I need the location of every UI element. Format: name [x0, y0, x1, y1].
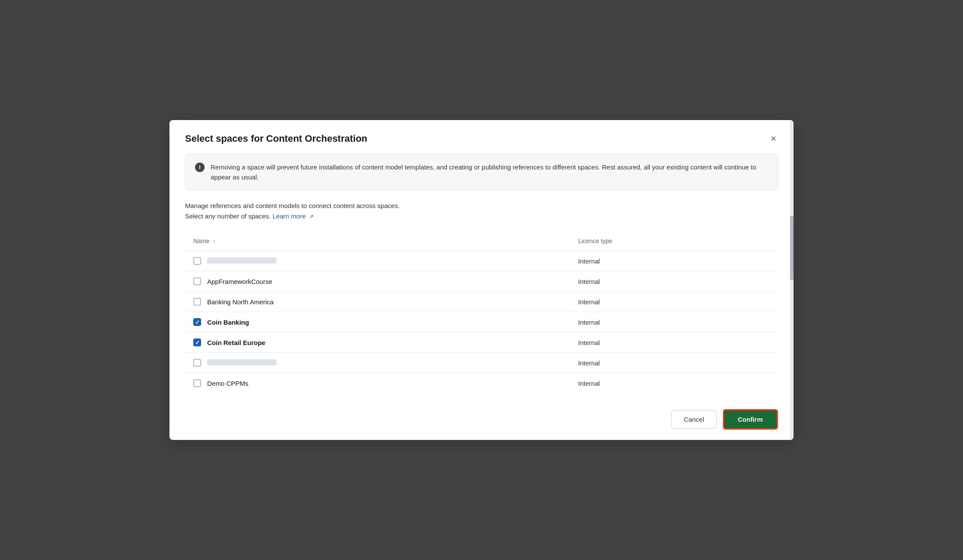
space-name: Coin Banking: [207, 319, 249, 326]
modal-header: Select spaces for Content Orchestration …: [169, 120, 794, 154]
table-row: Coin BankingInternal: [185, 312, 778, 332]
modal-backdrop: Select spaces for Content Orchestration …: [0, 0, 963, 560]
description-line1: Manage references and content models to …: [185, 201, 778, 211]
close-button[interactable]: ×: [769, 132, 778, 145]
row-checkbox[interactable]: [193, 359, 201, 367]
space-name: Demo CPPMs: [207, 380, 248, 387]
name-cell: Coin Retail Europe: [185, 332, 571, 353]
table-row: Internal: [185, 251, 778, 271]
row-checkbox[interactable]: [193, 257, 201, 265]
row-checkbox[interactable]: [193, 318, 201, 326]
row-checkbox[interactable]: [193, 339, 201, 346]
row-name-container: Coin Retail Europe: [193, 339, 563, 346]
info-banner-text: Removing a space will prevent future ins…: [211, 162, 768, 182]
learn-more-link[interactable]: Learn more ↗: [273, 212, 314, 220]
space-name: Coin Retail Europe: [207, 339, 265, 346]
sort-asc-icon: ↑: [213, 238, 215, 244]
description: Manage references and content models to …: [185, 201, 778, 221]
name-column-header: Name ↑: [185, 231, 571, 251]
scrollbar-thumb: [790, 216, 794, 280]
space-name: [207, 257, 277, 265]
cancel-button[interactable]: Cancel: [671, 410, 717, 429]
modal-dialog: Select spaces for Content Orchestration …: [169, 120, 794, 440]
row-name-container: Demo CPPMs: [193, 379, 563, 387]
redacted-name: [207, 257, 277, 264]
licence-cell: Internal: [570, 292, 778, 312]
modal-footer: Cancel Confirm: [169, 402, 794, 440]
licence-cell: Internal: [570, 312, 778, 332]
info-banner: i Removing a space will prevent future i…: [185, 154, 778, 191]
licence-cell: Internal: [570, 353, 778, 373]
licence-cell: Internal: [570, 251, 778, 271]
name-cell: [185, 353, 571, 373]
info-icon: i: [195, 163, 205, 172]
spaces-table: Name ↑ Licence type InternalAppFramework…: [185, 231, 778, 394]
table-row: AppFrameworkCourseInternal: [185, 271, 778, 292]
description-line2: Select any number of spaces. Learn more …: [185, 211, 778, 221]
name-cell: Coin Banking: [185, 312, 571, 332]
row-name-container: AppFrameworkCourse: [193, 277, 563, 285]
name-cell: AppFrameworkCourse: [185, 271, 571, 292]
licence-cell: Internal: [570, 373, 778, 394]
table-row: Demo CPPMsInternal: [185, 373, 778, 394]
row-name-container: Coin Banking: [193, 318, 563, 326]
modal-body: i Removing a space will prevent future i…: [169, 154, 794, 403]
table-body: InternalAppFrameworkCourseInternalBankin…: [185, 251, 778, 394]
confirm-button[interactable]: Confirm: [723, 409, 778, 430]
table-row: Coin Retail EuropeInternal: [185, 332, 778, 353]
space-name: [207, 359, 277, 367]
licence-column-header: Licence type: [570, 231, 778, 251]
name-cell: [185, 251, 571, 271]
row-name-container: Banking North America: [193, 298, 563, 306]
table-row: Internal: [185, 353, 778, 373]
table-header: Name ↑ Licence type: [185, 231, 778, 251]
licence-cell: Internal: [570, 332, 778, 353]
space-name: AppFrameworkCourse: [207, 278, 272, 285]
scrollbar[interactable]: [790, 120, 794, 440]
row-checkbox[interactable]: [193, 379, 201, 387]
row-name-container: [193, 257, 563, 265]
name-cell: Banking North America: [185, 292, 571, 312]
row-checkbox[interactable]: [193, 298, 201, 306]
name-cell: Demo CPPMs: [185, 373, 571, 394]
row-checkbox[interactable]: [193, 277, 201, 285]
space-name: Banking North America: [207, 298, 273, 306]
redacted-name: [207, 359, 277, 365]
external-link-icon: ↗: [309, 212, 314, 221]
table-row: Banking North AmericaInternal: [185, 292, 778, 312]
licence-cell: Internal: [570, 271, 778, 292]
modal-title: Select spaces for Content Orchestration: [185, 133, 368, 144]
row-name-container: [193, 359, 563, 367]
